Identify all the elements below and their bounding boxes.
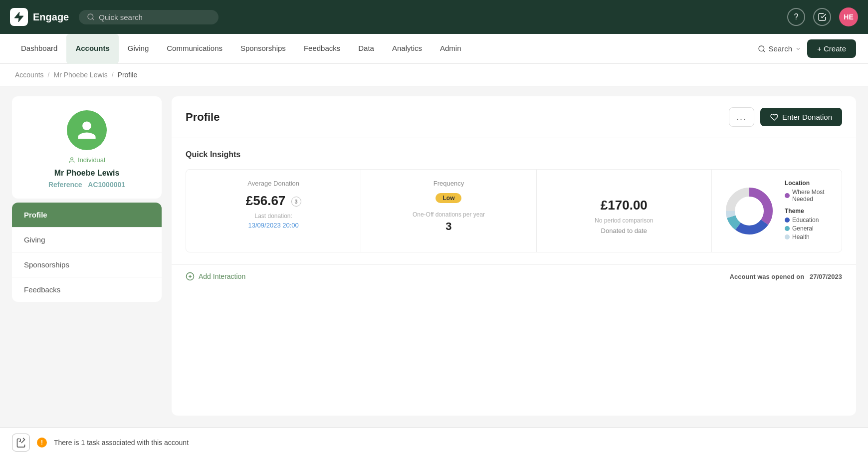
tasks-icon[interactable]: [813, 8, 831, 26]
account-ref: Reference AC1000001: [22, 181, 152, 189]
top-bar-right: ? HE: [787, 7, 858, 26]
legend-education-label: Education: [792, 217, 819, 224]
quick-search-label: Quick search: [99, 13, 143, 21]
breadcrumb-accounts[interactable]: Accounts: [15, 71, 44, 79]
insight-chart: Location Where Most Needed Theme Educati…: [712, 170, 842, 252]
nav-dashboard[interactable]: Dashboard: [12, 34, 66, 64]
nav-admin[interactable]: Admin: [431, 34, 470, 64]
breadcrumb-sep-2: /: [112, 71, 114, 79]
nav-feedbacks[interactable]: Feedbacks: [295, 34, 349, 64]
donated-label: Donated to date: [549, 227, 699, 234]
legend-dot-general: [785, 226, 790, 231]
legend-general: General: [785, 225, 832, 232]
nav-accounts[interactable]: Accounts: [66, 34, 118, 64]
account-opened-info: Account was opened on 27/07/2023: [730, 273, 842, 280]
avg-donation-value: £56.67 3: [198, 193, 349, 209]
sidenav-feedbacks[interactable]: Feedbacks: [12, 277, 162, 302]
app-name: Engage: [33, 11, 69, 23]
task-bar: ! There is 1 task associated with this a…: [0, 427, 868, 457]
breadcrumb-person[interactable]: Mr Phoebe Lewis: [53, 71, 107, 79]
legend-location-label: Where Most Needed: [792, 189, 832, 203]
task-warning-icon: !: [37, 438, 47, 448]
insights-footer: Add Interaction Account was opened on 27…: [172, 264, 856, 288]
insights-grid: Average Donation £56.67 3 Last donation:…: [186, 169, 842, 252]
quick-insights: Quick Insights Average Donation £56.67 3…: [172, 138, 856, 264]
sidenav-giving[interactable]: Giving: [12, 228, 162, 252]
nav-giving[interactable]: Giving: [119, 34, 158, 64]
insights-title: Quick Insights: [186, 150, 842, 159]
account-opened-label: Account was opened on: [730, 273, 805, 280]
account-type-label: Individual: [78, 156, 105, 164]
profile-header: Profile ... Enter Donation: [172, 96, 856, 138]
logo-icon: [10, 8, 28, 26]
theme-title: Theme: [785, 208, 832, 215]
create-button[interactable]: + Create: [807, 39, 856, 58]
avg-donation-label: Average Donation: [198, 180, 349, 187]
breadcrumb-sep-1: /: [48, 71, 50, 79]
breadcrumb-current: Profile: [118, 71, 138, 79]
donut-chart: [722, 184, 777, 238]
side-nav: Profile Giving Sponsorships Feedbacks: [12, 203, 162, 302]
svg-point-1: [759, 46, 764, 51]
donated-note: No period comparison: [549, 217, 699, 224]
main-content: Individual Mr Phoebe Lewis Reference AC1…: [0, 86, 868, 426]
frequency-badge: Low: [435, 193, 461, 203]
legend-health-label: Health: [792, 233, 810, 240]
task-message: There is 1 task associated with this acc…: [54, 439, 189, 447]
svg-point-0: [88, 14, 93, 19]
avg-donation-date: 13/09/2023 20:00: [198, 222, 349, 229]
freq-label: Frequency: [373, 180, 524, 187]
enter-donation-label: Enter Donation: [782, 113, 832, 121]
avatar: [67, 110, 107, 150]
svg-point-8: [736, 198, 762, 224]
legend-health: Health: [785, 233, 832, 240]
donated-value: £170.00: [549, 198, 699, 213]
nav-search[interactable]: Search: [758, 44, 802, 53]
profile-title: Profile: [186, 111, 219, 124]
nav-sponsorships[interactable]: Sponsorships: [231, 34, 295, 64]
right-panel: Profile ... Enter Donation Quick Insight…: [172, 96, 856, 416]
more-options-button[interactable]: ...: [729, 107, 754, 127]
add-interaction-button[interactable]: Add Interaction: [186, 272, 245, 281]
insight-frequency: Frequency Low One-Off donations per year…: [361, 170, 536, 252]
nav-right: Search + Create: [758, 39, 856, 58]
logo-area[interactable]: Engage: [10, 8, 69, 26]
legend-dot-health: [785, 234, 790, 239]
nav-analytics[interactable]: Analytics: [383, 34, 431, 64]
avg-donation-info: 3: [291, 197, 301, 207]
task-bar-icon[interactable]: [12, 434, 30, 452]
account-name: Mr Phoebe Lewis: [22, 169, 152, 178]
freq-sub: One-Off donations per year: [373, 211, 524, 218]
search-label: Search: [769, 44, 793, 53]
nav-communications[interactable]: Communications: [158, 34, 231, 64]
enter-donation-button[interactable]: Enter Donation: [760, 108, 842, 126]
legend-location-1: Where Most Needed: [785, 189, 832, 203]
sidenav-sponsorships[interactable]: Sponsorships: [12, 252, 162, 277]
legend-education: Education: [785, 217, 832, 224]
user-avatar[interactable]: HE: [839, 7, 858, 26]
insight-avg-donation: Average Donation £56.67 3 Last donation:…: [186, 170, 361, 252]
secondary-nav: Dashboard Accounts Giving Communications…: [0, 34, 868, 64]
ref-value: AC1000001: [88, 181, 125, 189]
chart-legend: Location Where Most Needed Theme Educati…: [785, 180, 832, 242]
freq-value: 3: [373, 220, 524, 233]
left-panel: Individual Mr Phoebe Lewis Reference AC1…: [12, 96, 162, 416]
profile-card: Individual Mr Phoebe Lewis Reference AC1…: [12, 96, 162, 199]
sidenav-profile[interactable]: Profile: [12, 203, 162, 228]
location-title: Location: [785, 180, 832, 187]
avg-donation-sub: Last donation:: [198, 213, 349, 220]
legend-dot-education: [785, 218, 790, 223]
help-icon[interactable]: ?: [787, 8, 805, 26]
add-interaction-label: Add Interaction: [199, 272, 245, 280]
account-opened-date: 27/07/2023: [810, 273, 842, 280]
account-type: Individual: [22, 156, 152, 164]
header-actions: ... Enter Donation: [729, 107, 842, 127]
svg-point-2: [71, 157, 73, 160]
ref-label: Reference: [48, 181, 82, 189]
quick-search-bar[interactable]: Quick search: [79, 10, 218, 24]
legend-general-label: General: [792, 225, 814, 232]
legend-dot-location: [785, 193, 790, 198]
insight-donated: £170.00 No period comparison Donated to …: [537, 170, 712, 252]
top-bar: Engage Quick search ? HE: [0, 0, 868, 34]
nav-data[interactable]: Data: [349, 34, 383, 64]
